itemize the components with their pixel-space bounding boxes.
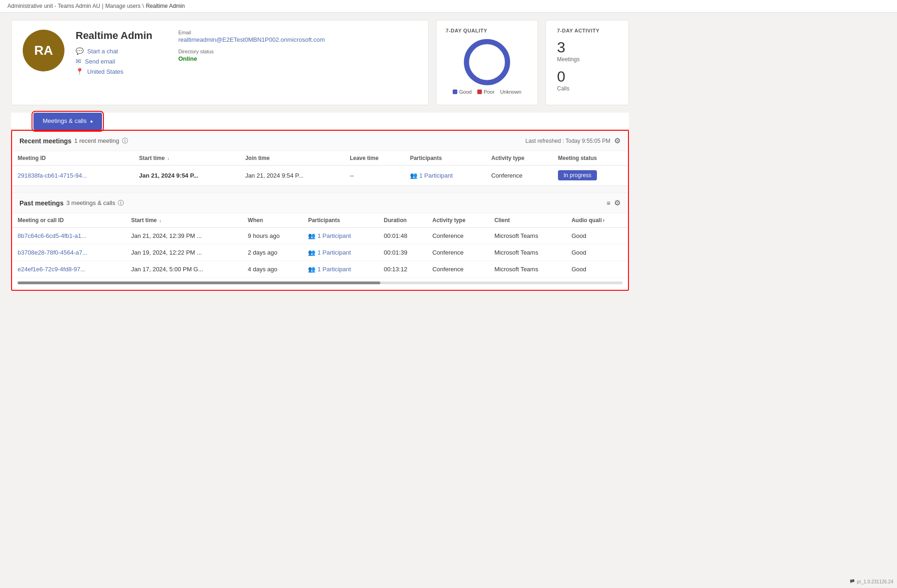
recent-meetings-table-wrapper: Meeting ID Start time ↓ Join time Leave … [12, 151, 628, 185]
col-leave-time: Leave time [344, 151, 404, 166]
table-row: b3708e28-78f0-4564-a7... Jan 19, 2024, 1… [12, 244, 628, 261]
breadcrumb-admin[interactable]: Administrative unit - Teams Admin AU [7, 3, 100, 9]
legend-unknown-label: Unknown [500, 89, 521, 95]
past-meetings-settings-button[interactable]: ⚙ [614, 198, 621, 207]
recent-meetings-info-icon[interactable]: ⓘ [122, 137, 128, 145]
table-row: 291838fa-cb61-4715-94... Jan 21, 2024 9:… [12, 166, 628, 185]
activity-card-title: 7-DAY ACTIVITY [557, 28, 600, 33]
recent-meetings-table: Meeting ID Start time ↓ Join time Leave … [12, 151, 628, 185]
col-past-start-time[interactable]: Start time ↓ [126, 213, 243, 228]
past-row3-duration: 00:13:12 [378, 261, 427, 278]
dir-status-value: Online [178, 55, 325, 62]
col-when: When [242, 213, 302, 228]
past-row1-start: Jan 21, 2024, 12:39 PM ... [126, 228, 243, 244]
past-row2-activity: Conference [427, 244, 489, 261]
breadcrumb-sep2: \ [142, 3, 144, 9]
recent-meetings-settings-button[interactable]: ⚙ [614, 136, 621, 145]
past-row3-start: Jan 17, 2024, 5:00 PM G... [126, 261, 243, 278]
past-row2-client: Microsoft Teams [489, 244, 566, 261]
participants-icon: 👥 [308, 266, 315, 273]
horizontal-scrollbar[interactable] [12, 278, 628, 290]
past-meetings-section: Past meetings 3 meetings & calls ⓘ ≡ ⚙ [12, 193, 628, 290]
past-meeting-id-link-3[interactable]: e24ef1e6-72c9-4fd8-97... [18, 266, 85, 273]
legend-good: Good [453, 89, 472, 95]
tab-meetings-calls[interactable]: Meetings & calls ● [33, 113, 102, 130]
past-row2-when: 2 days ago [242, 244, 302, 261]
past-meetings-header-left: Past meetings 3 meetings & calls ⓘ [19, 199, 124, 207]
col-start-time[interactable]: Start time ↓ [134, 151, 240, 166]
location-action[interactable]: 📍 United States [76, 68, 152, 75]
past-meetings-info-icon[interactable]: ⓘ [118, 199, 124, 207]
recent-meeting-id-link[interactable]: 291838fa-cb61-4715-94... [18, 172, 87, 179]
breadcrumb-current: Realtime Admin [146, 3, 185, 9]
legend-poor: Poor [477, 89, 494, 95]
past-meetings-title: Past meetings [19, 199, 64, 207]
participants-link-1[interactable]: 1 Participant [317, 232, 351, 239]
past-row1-when: 9 hours ago [242, 228, 302, 244]
participants-link-2[interactable]: 1 Participant [317, 249, 351, 256]
past-meetings-header-right: ≡ ⚙ [607, 198, 621, 207]
scroll-right-icon[interactable]: › [603, 217, 605, 224]
email-label: Email [178, 30, 325, 35]
dir-status-label: Directory status [178, 49, 325, 54]
calls-label: Calls [557, 85, 570, 92]
legend-good-dot [453, 89, 457, 94]
recent-meetings-section: Recent meetings 1 recent meeting ⓘ Last … [12, 131, 628, 185]
start-chat-label: Start a chat [87, 48, 118, 55]
section-divider [12, 185, 628, 193]
recent-meetings-count: 1 recent meeting [74, 137, 119, 144]
past-row2-duration: 00:01:39 [378, 244, 427, 261]
past-row3-quality: Good [566, 261, 628, 278]
location-icon: 📍 [76, 68, 83, 75]
activity-card: 7-DAY ACTIVITY 3 Meetings 0 Calls [545, 20, 629, 105]
breadcrumb-manage[interactable]: Manage users [105, 3, 141, 9]
recent-meetings-title: Recent meetings [19, 137, 71, 145]
profile-card: RA Realtime Admin 💬 Start a chat ✉ Send … [11, 20, 429, 105]
past-row3-id: e24ef1e6-72c9-4fd8-97... [12, 261, 126, 278]
recent-row-meeting-id: 291838fa-cb61-4715-94... [12, 166, 134, 185]
recent-meetings-header: Recent meetings 1 recent meeting ⓘ Last … [12, 131, 628, 151]
past-row3-participants: 👥 1 Participant [302, 261, 378, 278]
start-chat-action[interactable]: 💬 Start a chat [76, 47, 152, 55]
profile-actions: 💬 Start a chat ✉ Send email 📍 United Sta… [76, 47, 152, 75]
past-meetings-filter-button[interactable]: ≡ [607, 199, 610, 207]
past-meeting-id-link-1[interactable]: 8b7c64c6-6cd5-4fb1-a1... [18, 232, 86, 239]
meetings-calls-section: Recent meetings 1 recent meeting ⓘ Last … [11, 130, 629, 291]
past-meeting-id-link-2[interactable]: b3708e28-78f0-4564-a7... [18, 249, 87, 256]
chat-icon: 💬 [76, 47, 83, 55]
last-refreshed-text: Last refreshed : Today 9:55:05 PM [525, 138, 610, 144]
col-past-activity-type: Activity type [427, 213, 489, 228]
recent-meetings-header-left: Recent meetings 1 recent meeting ⓘ [19, 137, 128, 145]
tab-activity[interactable] [15, 113, 33, 130]
send-email-action[interactable]: ✉ Send email [76, 58, 152, 65]
quality-card-title: 7-DAY QUALITY [446, 28, 487, 33]
profile-email-section: Email realtimeadmin@E2ETest0MBN1P002.onm… [178, 30, 325, 62]
past-row3-client: Microsoft Teams [489, 261, 566, 278]
participants-icon: 👥 [308, 232, 315, 239]
location-label: United States [87, 68, 123, 75]
recent-row-activity-type: Conference [486, 166, 552, 185]
past-row1-participants: 👥 1 Participant [302, 228, 378, 244]
email-icon: ✉ [76, 58, 81, 65]
col-meeting-status: Meeting status [552, 151, 628, 166]
status-badge: In progress [558, 170, 597, 180]
past-row1-quality: Good [566, 228, 628, 244]
participants-link[interactable]: 1 Participant [419, 172, 453, 179]
past-row2-id: b3708e28-78f0-4564-a7... [12, 244, 126, 261]
col-duration: Duration [378, 213, 427, 228]
past-row3-when: 4 days ago [242, 261, 302, 278]
donut-chart [464, 39, 510, 85]
participants-link-3[interactable]: 1 Participant [317, 266, 351, 273]
col-client: Client [489, 213, 566, 228]
col-participants: Participants [404, 151, 486, 166]
past-row2-start: Jan 19, 2024, 12:22 PM ... [126, 244, 243, 261]
legend-good-label: Good [459, 89, 472, 95]
quality-card: 7-DAY QUALITY Good Poor [436, 20, 538, 105]
participants-icon: 👥 [308, 249, 315, 256]
email-link[interactable]: realtimeadmin@E2ETest0MBN1P002.onmicroso… [178, 36, 325, 43]
profile-name: Realtime Admin [76, 30, 152, 42]
send-email-label: Send email [85, 58, 115, 65]
chart-legend: Good Poor Unknown [453, 89, 521, 95]
meetings-count: 3 [557, 39, 565, 56]
past-row2-quality: Good [566, 244, 628, 261]
